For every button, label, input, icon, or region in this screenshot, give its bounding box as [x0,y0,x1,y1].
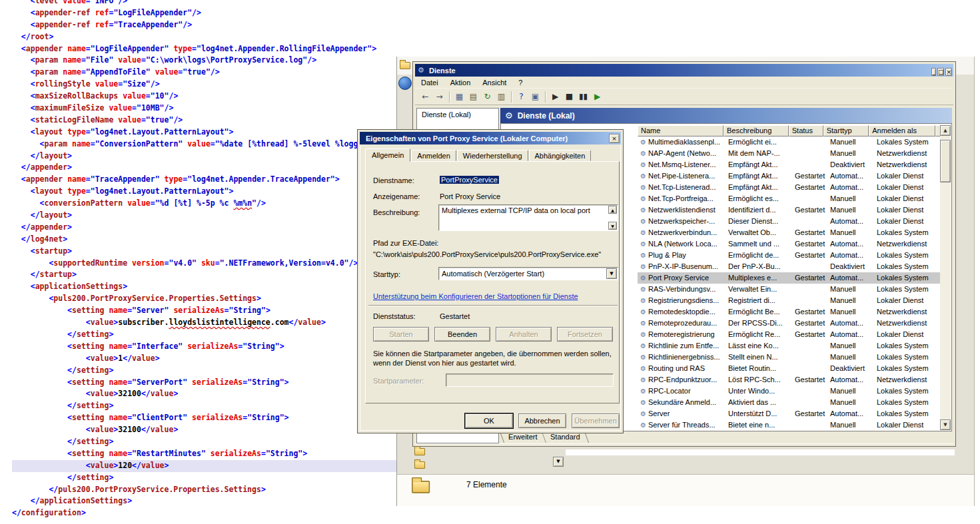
service-row[interactable]: ⚙RPC-Endpunktzuor...Löst RPC-Sch...Gesta… [638,374,942,386]
minimize-button[interactable]: _ [931,68,936,76]
back-button[interactable] [398,77,412,90]
close-button[interactable]: × [609,134,620,143]
code-line[interactable]: <value>1</value> [12,353,397,365]
code-line[interactable]: <param name="AppendToFile" value="true"/… [12,67,397,79]
help-icon[interactable]: ? [515,91,528,103]
code-line[interactable]: </puls200.PortProxyService.Properties.Se… [12,484,397,496]
service-row[interactable]: ⚙NLA (Network Loca...Sammelt und ...Gest… [638,238,942,250]
scroll-down-icon[interactable]: ▼ [608,222,617,230]
code-line[interactable]: </layout> [12,150,397,162]
stop-service-icon[interactable]: ■ [563,91,576,103]
column-header-starttyp[interactable]: Starttyp [823,125,869,136]
close-button[interactable]: × [945,68,952,76]
dialog-titlebar[interactable]: Eigenschaften von Port Proxy Service (Lo… [360,132,621,144]
starten-button[interactable]: Starten [373,327,429,342]
code-line[interactable]: </setting> [12,329,397,341]
tab-allgemein[interactable]: Allgemein [365,148,410,162]
menu-item-aktion[interactable]: Aktion [444,77,477,88]
column-header-status[interactable]: Status [789,125,823,136]
code-line[interactable]: </setting> [12,436,397,448]
maximize-button[interactable]: □ [937,68,945,76]
start-service-icon[interactable]: ▶ [549,91,562,103]
column-header-anmelden-als[interactable]: Anmelden als [869,125,935,136]
restart-service-icon[interactable]: ▶ [591,91,604,103]
ok-button[interactable]: OK [465,413,513,428]
code-line[interactable]: </root> [12,31,397,43]
code-line[interactable]: <startup> [12,246,397,258]
code-line[interactable]: <value>32100</value> [12,424,397,436]
code-line[interactable]: <value>120</value> [12,460,397,472]
code-line[interactable]: <setting name="ServerPort" serializeAs="… [12,377,397,389]
scroll-up-icon[interactable]: ▲ [608,206,617,214]
extended-view-icon[interactable]: ▣ [529,91,542,103]
uebernehmen-button[interactable]: Übernehmen [572,413,620,428]
code-line[interactable]: <param name="ConversionPattern" value="%… [12,138,397,150]
code-line[interactable]: <staticLogFileName value="true"/> [12,115,397,127]
code-line[interactable]: <conversionPattern value="%d [%t] %-5p %… [12,198,397,210]
code-line[interactable]: <layout type="log4net.Layout.PatternLayo… [12,186,397,198]
service-row[interactable]: ⚙RAS-Verbindungsv...Verwaltet Ein...Manu… [638,284,942,295]
menu-item-ansicht[interactable]: Ansicht [476,77,512,88]
tab-anmelden[interactable]: Anmelden [411,150,456,161]
code-line[interactable]: <appender-ref ref="LogFileAppender"/> [12,7,397,19]
service-row[interactable]: ⚙Registrierungsdiens...Registriert di...… [638,295,942,306]
folder-icon[interactable] [414,448,425,455]
tree-node-dienste-lokal[interactable]: Dienste (Lokal) [417,109,498,121]
tab-abhangigkeiten[interactable]: Abhängigkeiten [529,150,592,161]
view-tab-standard[interactable]: Standard [542,431,589,443]
code-line[interactable]: </appender> [12,162,397,174]
scroll-up-icon[interactable]: ▲ [940,125,951,136]
anzeigename-value[interactable]: Port Proxy Service [440,192,500,200]
service-row[interactable]: ⚙Net.Tcp-Portfreiga...Ermöglicht es...Ma… [638,193,942,204]
beenden-button[interactable]: Beenden [434,327,490,342]
service-row[interactable]: ⚙PnP-X-IP-Busenum...Der PnP-X-Bu...Deakt… [638,261,942,272]
code-line[interactable]: </setting> [12,400,397,412]
folder-icon[interactable] [414,461,425,469]
tab-wiederherstellung[interactable]: Wiederherstellung [457,150,528,161]
code-line[interactable]: <setting name="RestartMinutes" serialize… [12,448,397,460]
column-header-beschreibung[interactable]: Beschreibung [724,125,789,136]
code-line[interactable]: </startup> [12,269,397,281]
code-line[interactable]: <setting name="Interface" serializeAs="S… [12,341,397,353]
beschreibung-textbox[interactable]: Multiplexes external TCP/IP data on loca… [438,204,618,231]
code-line[interactable]: <layout type="log4net.Layout.PatternLayo… [12,127,397,138]
view-tab-erweitert[interactable]: Erweitert [500,431,546,443]
scrollbar-thumb[interactable] [940,140,951,182]
service-row[interactable]: ⚙Net.Msmq-Listener...Empfängt Akt...Deak… [638,159,942,170]
vertical-scrollbar[interactable]: ▲ ▼ [940,125,951,430]
refresh-icon[interactable]: ↻ [481,91,494,103]
dienstname-value[interactable]: PortProxyService [440,176,499,184]
menu-item-datei[interactable]: Datei [415,77,444,88]
code-line[interactable]: </setting> [12,472,397,484]
abbrechen-button[interactable]: Abbrechen [518,413,566,428]
code-line[interactable]: <rollingStyle value="Size"/> [12,79,397,91]
code-line[interactable]: <level value="INFO"/> [12,0,397,7]
service-row[interactable]: ⚙Routing und RASBietet Routin...Deaktivi… [638,363,942,374]
service-row[interactable]: ⚙Remoteprozedurau...Der RPCSS-Di...Gesta… [638,318,942,329]
code-line[interactable]: </configuration> [12,507,397,519]
services-titlebar[interactable]: ⚙ Dienste _□× [415,64,953,77]
service-row[interactable]: ⚙NetzwerklistendienstIdentifiziert d...G… [638,204,942,216]
service-row[interactable]: ⚙Port Proxy ServiceMultiplexes e...Gesta… [638,272,942,284]
code-line[interactable]: <maximumFileSize value="10MB"/> [12,103,397,115]
code-line[interactable]: <puls200.PortProxyService.Properties.Set… [12,293,397,305]
service-row[interactable]: ⚙Net.Tcp-Listenerad...Empfängt Akt...Ges… [638,182,942,193]
back-arrow-icon[interactable]: ← [419,91,432,103]
service-row[interactable]: ⚙Plug & PlayErmöglicht de...GestartetAut… [638,250,942,261]
pause-service-icon[interactable]: ▮▮ [577,91,590,103]
code-line[interactable]: </applicationSettings> [12,495,397,507]
service-row[interactable]: ⚙Server für Threads...Bietet eine n...Ma… [638,419,942,431]
startparameter-input[interactable] [446,374,614,387]
starttyp-combobox[interactable]: Automatisch (Verzögerter Start) ▼ [438,267,618,280]
startoptionen-link[interactable]: Unterstützung beim Konfigurieren der Sta… [373,292,578,300]
code-line[interactable]: </layout> [12,210,397,222]
service-row[interactable]: ⚙Net.Pipe-Listenera...Empfängt Akt...Ges… [638,170,942,182]
service-row[interactable]: ⚙Richtlinienergebniss...Stellt einen N..… [638,352,942,363]
code-line[interactable]: <param name="File" value="C:\work\logs\P… [12,55,397,67]
show-console-tree-icon[interactable]: ▦ [453,91,466,103]
service-row[interactable]: ⚙ServerUnterstützt D...GestartetAutomat.… [638,408,942,419]
service-row[interactable]: ⚙Multimediaklassenpl...Ermöglicht ei...M… [638,136,942,148]
code-line[interactable]: <value>32100</value> [12,388,397,400]
code-editor[interactable]: <level value="INFO"/> <appender-ref ref=… [0,0,397,524]
code-line[interactable]: <appender-ref ref="TraceAppender"/> [12,19,397,31]
